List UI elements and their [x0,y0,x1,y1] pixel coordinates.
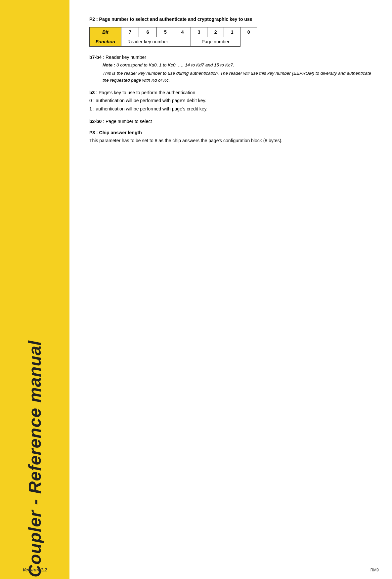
subsection-b2-b0-normal: : Page number to select [102,119,152,124]
main-content: P2 : Page number to select and authentic… [69,0,392,579]
table-bit-5: 5 [156,27,174,37]
table-bit-1: 1 [224,27,240,37]
section-b2-b0: b2-b0 : Page number to select [89,119,372,124]
b3-line-1: 0 : authentication will be performed wit… [89,97,372,104]
section-heading: P2 : Page number to select and authentic… [89,17,372,22]
sidebar: Coupler - Reference manual Version 1.2 [0,0,69,579]
subsection-p3-title: P3 : Chip answer length [89,130,372,135]
subsection-b2-b0-title: b2-b0 : Page number to select [89,119,372,124]
subsection-b2-b0-bold: b2-b0 [89,119,102,124]
b3-line-2: 1 : authentication will be performed wit… [89,105,372,113]
sidebar-version: Version 1.2 [0,567,69,572]
table-bit-3: 3 [191,27,207,37]
table-bit-4: 4 [174,27,191,37]
note-text-1: 0 correspond to Kd0, 1 to Kc0, …, 14 to … [115,62,234,67]
table-bit-6: 6 [139,27,156,37]
table-bit-7: 7 [121,27,139,37]
subsection-b7-b4-bold: b7-b4 [89,55,102,60]
note-b7-b4-2: This is the reader key number to use dur… [103,70,372,84]
table-bit-0: 0 [240,27,257,37]
bit-table: Bit 7 6 5 4 3 2 1 0 Function Reader key … [89,27,257,47]
subsection-b7-b4-title: b7-b4 : Reader key number [89,55,372,60]
table-reader-key: Reader key number [121,37,174,47]
subsection-b3-title: b3 : Page's key to use to perform the au… [89,90,372,95]
subsection-b3-normal: : Page's key to use to perform the authe… [95,90,195,95]
subsection-b3-bold: b3 [89,90,95,95]
table-header-bit: Bit [90,27,121,37]
subsection-p3-bold: P3 : Chip answer length [89,130,142,135]
section-b7-b4: b7-b4 : Reader key number Note : 0 corre… [89,55,372,84]
table-header-function: Function [90,37,121,47]
section-b3: b3 : Page's key to use to perform the au… [89,90,372,113]
table-bit-2: 2 [207,27,224,37]
note-label: Note : [103,62,115,67]
p3-body: This parameter has to be set to 8 as the… [89,137,372,145]
page-footer: RM9 [370,568,379,572]
table-page-number: Page number [191,37,240,47]
note-b7-b4: Note : 0 correspond to Kd0, 1 to Kc0, …,… [103,62,372,69]
subsection-b7-b4-normal: : Reader key number [102,55,146,60]
section-p3: P3 : Chip answer length This parameter h… [89,130,372,145]
table-dash: - [174,37,191,47]
